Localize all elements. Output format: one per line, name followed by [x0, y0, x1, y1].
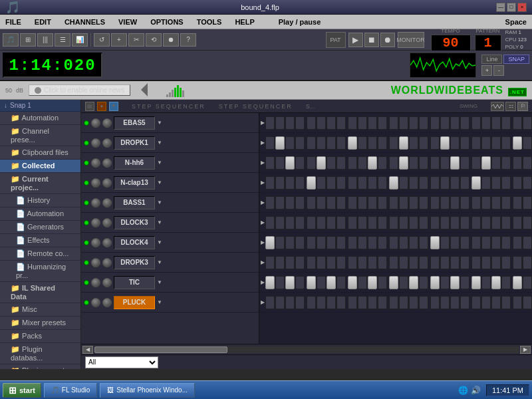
- channel-name-8[interactable]: TIC: [114, 276, 155, 289]
- step-btn-2-12[interactable]: [389, 156, 398, 170]
- step-btn-7-11[interactable]: [378, 256, 387, 269]
- step-btn-3-19[interactable]: [460, 176, 469, 190]
- step-btn-2-21[interactable]: [481, 156, 491, 170]
- channel-led-0[interactable]: [84, 120, 89, 126]
- step-btn-3-8[interactable]: [348, 176, 357, 190]
- step-btn-9-23[interactable]: [501, 296, 511, 309]
- step-btn-4-6[interactable]: [327, 196, 336, 209]
- step-btn-9-8[interactable]: [348, 296, 357, 309]
- step-btn-7-10[interactable]: [368, 256, 377, 269]
- channel-name-9[interactable]: PLUCK: [114, 296, 155, 309]
- step-btn-5-17[interactable]: [440, 216, 450, 229]
- step-btn-0-22[interactable]: [491, 116, 501, 130]
- step-btn-6-20[interactable]: [471, 236, 481, 249]
- sidebar-item-channel-presets[interactable]: 📁 Channel prese...: [0, 125, 80, 146]
- step-btn-8-23[interactable]: [501, 276, 511, 289]
- channel-name-6[interactable]: DLOCK4: [114, 236, 155, 249]
- channel-knob1-5[interactable]: [91, 218, 100, 227]
- step-btn-6-16[interactable]: [430, 236, 440, 249]
- step-btn-6-18[interactable]: [450, 236, 460, 249]
- step-btn-8-15[interactable]: [419, 276, 428, 289]
- step-btn-3-11[interactable]: [378, 176, 387, 190]
- channel-knob2-8[interactable]: [102, 278, 112, 287]
- menu-view[interactable]: VIEW: [116, 17, 140, 27]
- step-btn-9-14[interactable]: [409, 296, 418, 309]
- step-btn-6-8[interactable]: [348, 236, 357, 249]
- channel-led-2[interactable]: [84, 160, 89, 166]
- pattern-display[interactable]: 1: [475, 35, 501, 52]
- stop-button[interactable]: ⏹: [364, 33, 379, 47]
- step-btn-2-8[interactable]: [348, 156, 357, 170]
- step-btn-6-6[interactable]: [327, 236, 336, 249]
- channel-led-9[interactable]: [84, 300, 89, 305]
- sidebar-item-clipboard[interactable]: 📁 Clipboard files: [0, 146, 80, 160]
- step-btn-1-21[interactable]: [481, 136, 491, 150]
- step-btn-2-5[interactable]: [317, 156, 326, 170]
- step-btn-4-17[interactable]: [440, 196, 450, 209]
- sidebar-header[interactable]: ↓ Snap 1: [0, 100, 80, 112]
- step-btn-5-18[interactable]: [450, 216, 460, 229]
- step-btn-6-0[interactable]: [265, 236, 275, 249]
- step-btn-4-20[interactable]: [471, 196, 481, 209]
- step-btn-8-20[interactable]: [471, 276, 481, 289]
- step-btn-5-6[interactable]: [327, 216, 336, 229]
- channel-led-1[interactable]: [84, 140, 89, 146]
- step-btn-0-4[interactable]: [307, 116, 316, 130]
- channel-knob2-1[interactable]: [102, 138, 112, 148]
- toolbar-icon-8[interactable]: ✂: [128, 33, 144, 47]
- sidebar-item-collected[interactable]: 📁 Collected: [0, 160, 80, 173]
- step-btn-3-5[interactable]: [317, 176, 326, 190]
- sidebar-item-misc[interactable]: 📁 Misc: [0, 303, 80, 317]
- step-btn-7-20[interactable]: [471, 256, 481, 269]
- maximize-button[interactable]: □: [507, 3, 516, 12]
- sidebar-item-humanizing[interactable]: 📄 Humanizing pr...: [0, 261, 80, 282]
- step-btn-8-1[interactable]: [275, 276, 285, 289]
- step-btn-2-18[interactable]: [450, 156, 460, 170]
- step-btn-4-25[interactable]: [523, 196, 532, 209]
- step-btn-2-0[interactable]: [265, 156, 275, 170]
- channel-knob2-2[interactable]: [102, 158, 112, 168]
- step-btn-2-7[interactable]: [336, 156, 346, 170]
- step-btn-6-2[interactable]: [285, 236, 295, 249]
- step-btn-1-24[interactable]: [513, 136, 522, 150]
- step-btn-2-25[interactable]: [523, 156, 532, 170]
- step-btn-2-1[interactable]: [275, 156, 285, 170]
- step-btn-6-21[interactable]: [481, 236, 491, 249]
- step-btn-0-18[interactable]: [450, 116, 460, 130]
- scroll-left-btn[interactable]: ◀: [82, 346, 93, 354]
- step-btn-9-7[interactable]: [336, 296, 346, 309]
- seq-record-btn[interactable]: ●: [97, 102, 106, 111]
- step-btn-2-23[interactable]: [501, 156, 511, 170]
- step-btn-5-3[interactable]: [295, 216, 305, 229]
- step-btn-5-22[interactable]: [491, 216, 501, 229]
- step-btn-1-1[interactable]: [275, 136, 285, 150]
- sidebar-item-current-project[interactable]: 📁 Current projec...: [0, 173, 80, 194]
- step-btn-7-0[interactable]: [265, 256, 275, 269]
- step-btn-7-22[interactable]: [491, 256, 501, 269]
- step-btn-8-8[interactable]: [348, 276, 357, 289]
- step-btn-5-25[interactable]: [523, 216, 532, 229]
- step-btn-3-4[interactable]: [307, 176, 316, 190]
- step-btn-9-24[interactable]: [513, 296, 522, 309]
- toolbar-icon-1[interactable]: 🎵: [3, 33, 19, 47]
- step-btn-9-4[interactable]: [307, 296, 316, 309]
- zoom-in-btn[interactable]: +: [481, 65, 492, 76]
- step-btn-7-9[interactable]: [358, 256, 367, 269]
- step-btn-7-15[interactable]: [419, 256, 428, 269]
- step-btn-4-16[interactable]: [430, 196, 440, 209]
- step-btn-1-9[interactable]: [358, 136, 367, 150]
- step-btn-5-11[interactable]: [378, 216, 387, 229]
- step-btn-6-13[interactable]: [399, 236, 408, 249]
- step-btn-0-6[interactable]: [327, 116, 336, 130]
- step-btn-0-17[interactable]: [440, 116, 450, 130]
- channel-knob1-6[interactable]: [91, 238, 100, 247]
- channel-knob1-7[interactable]: [91, 258, 100, 267]
- step-btn-4-9[interactable]: [358, 196, 367, 209]
- step-btn-9-9[interactable]: [358, 296, 367, 309]
- step-btn-7-25[interactable]: [523, 256, 532, 269]
- channel-knob1-4[interactable]: [91, 198, 100, 207]
- step-btn-4-21[interactable]: [481, 196, 491, 209]
- step-btn-0-25[interactable]: [523, 116, 532, 130]
- step-btn-3-3[interactable]: [295, 176, 305, 190]
- step-btn-6-9[interactable]: [358, 236, 367, 249]
